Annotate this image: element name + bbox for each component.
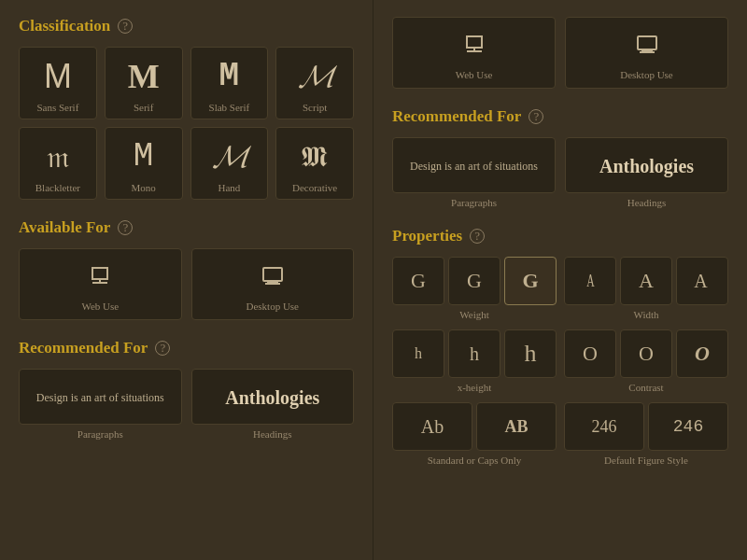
caps-label: Standard or Caps Only [392,455,557,466]
label-sans-serif: Sans Serif [36,102,78,113]
headings-tile-right[interactable]: Anthologies [565,137,728,193]
caps-caps-tile[interactable]: AB [476,402,557,451]
xheight-large-tile[interactable]: h [504,329,557,378]
glyph-script: 𝓜 [299,55,331,98]
glyph-serif: M [128,55,160,98]
headings-label-left: Headings [191,428,355,440]
tile-decorative[interactable]: 𝕸 Decorative [275,127,354,200]
tile-hand[interactable]: 𝓜 Hand [190,127,269,200]
figure-group: 246 246 Default Figure Style [564,402,728,466]
width-group: A A A Width [564,257,728,320]
desktop-use-label-left: Desktop Use [246,301,299,312]
web-use-icon-left [85,260,115,297]
paragraphs-label-right: Paragraphs [392,197,556,208]
caps-figure-row: Ab AB Standard or Caps Only 246 246 Defa… [392,402,728,466]
label-script: Script [303,102,327,113]
contrast-mid-tile[interactable]: O [620,329,672,378]
tile-sans-serif[interactable]: M Sans Serif [19,47,97,119]
caps-tiles: Ab AB [392,402,557,451]
weight-group: G G G Weight [392,257,557,320]
weight-bold-tile[interactable]: G [504,257,557,305]
caps-group: Ab AB Standard or Caps Only [392,402,557,466]
svg-marker-7 [467,36,482,48]
xheight-small-tile[interactable]: h [392,329,444,378]
glyph-decorative: 𝕸 [302,135,328,178]
properties-label: Properties [392,227,462,245]
tile-serif[interactable]: M Serif [105,47,183,119]
headings-tile-left[interactable]: Anthologies [191,369,355,425]
glyph-blackletter: 𝔪 [47,135,69,178]
recommended-for-help-right[interactable]: ? [529,109,543,124]
available-for-section-right: Web Use Desktop Use [392,17,728,89]
svg-rect-4 [263,268,282,281]
weight-regular-tile[interactable]: G [448,257,500,305]
width-regular-tile[interactable]: A [620,257,672,305]
xheight-group: h h h x-height [392,329,557,393]
xheight-mid-tile[interactable]: h [448,329,500,378]
xheight-label: x-height [392,382,557,393]
svg-marker-0 [92,268,107,279]
left-panel: Classification ? M Sans Serif M Serif M … [0,0,374,560]
figure-lining-tile[interactable]: 246 [648,402,728,451]
paragraphs-text-right: Design is an art of situations [410,159,538,175]
width-narrow-tile[interactable]: A [564,257,616,305]
paragraphs-item-right: Design is an art of situations Paragraph… [392,137,556,208]
label-hand: Hand [218,182,240,193]
recommended-grid-left: Design is an art of situations Paragraph… [19,369,354,440]
label-slab-serif: Slab Serif [209,102,250,113]
paragraphs-text-left: Design is an art of situations [36,390,164,406]
available-for-help-left[interactable]: ? [118,220,133,235]
web-use-tile-left[interactable]: Web Use [19,248,182,320]
caps-mixed-tile[interactable]: Ab [392,402,472,451]
label-mono: Mono [131,182,155,193]
width-wide-tile[interactable]: A [676,257,728,305]
weight-tiles: G G G [392,257,557,305]
available-for-grid-left: Web Use Desktop Use [19,248,354,320]
headings-text-left: Anthologies [225,385,319,411]
recommended-for-label-left: Recommended For [19,339,148,357]
tile-mono[interactable]: M Mono [105,127,183,200]
headings-item-right: Anthologies Headings [565,137,728,208]
tile-slab-serif[interactable]: M Slab Serif [190,47,269,119]
label-decorative: Decorative [292,182,337,193]
desktop-use-tile-left[interactable]: Desktop Use [191,248,355,320]
recommended-for-label-right: Recommended For [392,107,521,126]
web-use-tile-right[interactable]: Web Use [392,17,556,89]
tile-script[interactable]: 𝓜 Script [275,47,354,119]
weight-label: Weight [392,309,557,320]
contrast-label: Contrast [564,382,728,393]
paragraphs-tile-right[interactable]: Design is an art of situations [392,137,556,193]
web-use-icon-right [459,29,489,65]
contrast-low-tile[interactable]: O [564,329,616,378]
classification-help[interactable]: ? [118,19,133,34]
properties-title: Properties ? [392,227,728,245]
glyph-hand: 𝓜 [213,135,246,178]
web-use-label-left: Web Use [81,301,119,312]
available-for-section-left: Available For ? Web Use [19,218,354,320]
paragraphs-tile-left[interactable]: Design is an art of situations [19,369,182,425]
weight-light-tile[interactable]: G [392,257,444,305]
classification-grid: M Sans Serif M Serif M Slab Serif 𝓜 Scri… [19,47,354,200]
contrast-high-tile[interactable]: O [676,329,728,378]
desktop-use-label-right: Desktop Use [620,69,673,80]
web-use-label-right: Web Use [456,69,493,80]
recommended-grid-right: Design is an art of situations Paragraph… [392,137,728,208]
desktop-use-tile-right[interactable]: Desktop Use [565,17,728,89]
recommended-for-section-left: Recommended For ? Design is an art of si… [19,339,354,440]
headings-label-right: Headings [565,197,728,208]
available-for-label-left: Available For [19,218,110,237]
width-tiles: A A A [564,257,728,305]
tile-blackletter[interactable]: 𝔪 Blackletter [19,127,97,200]
properties-help[interactable]: ? [470,229,485,244]
figure-oldstyle-tile[interactable]: 246 [564,402,644,451]
right-panel: Web Use Desktop Use Recommended For ? [374,0,747,560]
contrast-tiles: O O O [564,329,728,378]
desktop-use-icon-left [258,260,288,297]
xheight-contrast-row: h h h x-height O O O Contrast [392,329,728,393]
available-for-title-left: Available For ? [19,218,354,237]
recommended-for-help-left[interactable]: ? [155,341,170,356]
recommended-for-title-right: Recommended For ? [392,107,728,126]
figure-label: Default Figure Style [564,455,728,466]
recommended-for-section-right: Recommended For ? Design is an art of si… [392,107,728,208]
label-serif: Serif [134,102,153,113]
